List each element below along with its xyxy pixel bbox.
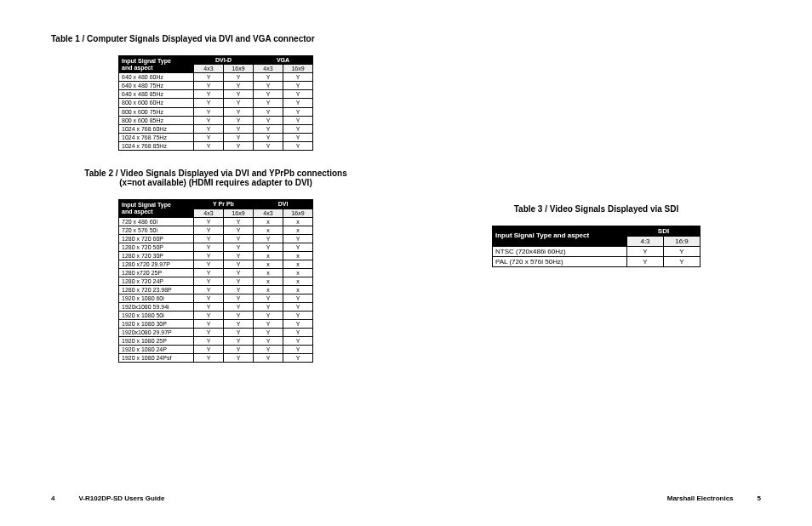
t1-body: 640 x 480 60HzYYYY640 x 480 75HzYYYY640 … — [119, 73, 313, 150]
guide-title: V-R102DP-SD Users Guide — [78, 495, 164, 502]
table2: Input Signal Typeand aspect Y Pr Pb DVI … — [118, 199, 313, 363]
t2-sig-header: Input Signal Typeand aspect — [119, 200, 194, 217]
t2-body: 720 x 486 60iYYxx720 x 576 50iYYxx1280 x… — [119, 217, 313, 362]
table2-title: Table 2 / Video Signals Displayed via DV… — [51, 169, 380, 187]
table-row: 1024 x 768 75HzYYYY — [119, 133, 313, 141]
table-row: 1280 x720 25PYYxx — [119, 268, 313, 277]
page-number-right: 5 — [758, 495, 761, 502]
table-row: 1920 x 1080 50iYYYY — [119, 311, 313, 319]
table-row: 800 x 600 85HzYYYY — [119, 116, 313, 124]
table-row: 640 x 480 85HzYYYY — [119, 90, 313, 99]
table-row: 1920x1080 59.94iYYYY — [119, 302, 313, 311]
table-row: 1920x1080 29.97PYYYY — [119, 328, 313, 336]
t3-body: NTSC (720x486i 60Hz)YYPAL (720 x 576i 50… — [493, 247, 700, 267]
table-row: 800 x 600 60HzYYYY — [119, 99, 313, 107]
brand-name: Marshall Electronics — [667, 495, 734, 502]
table-row: 1920 x 1080 60iYYYY — [119, 294, 313, 302]
table-row: 1280 x 720 23.98PYYxx — [119, 285, 313, 294]
t2-group-dvi: DVI — [254, 200, 313, 209]
table-row: 1280 x 720 30PYYxx — [119, 251, 313, 260]
table-row: NTSC (720x486i 60Hz)YY — [493, 247, 700, 257]
t3-group-sdi: SDI — [627, 226, 700, 237]
table-row: 1024 x 768 85HzYYYY — [119, 141, 313, 150]
t1-group-dvid: DVI-D — [194, 56, 254, 65]
table-row: 640 x 480 75HzYYYY — [119, 82, 313, 90]
table-row: 720 x 486 60iYYxx — [119, 217, 313, 226]
table-row: 1280 x720 29.97PYYxx — [119, 260, 313, 268]
table-row: 1280 x 720 60PYYYY — [119, 234, 313, 243]
table-row: 1920 x 1080 24PYYYY — [119, 345, 313, 353]
t2-group-yprpb: Y Pr Pb — [194, 200, 254, 209]
t1-group-vga: VGA — [254, 56, 313, 65]
table3: Input Signal Type and aspect SDI 4:3 16:… — [492, 226, 700, 267]
table1-title: Table 1 / Computer Signals Displayed via… — [51, 34, 380, 43]
page-number-left: 4 — [51, 495, 54, 502]
table-row: 1920 x 1080 30PYYYY — [119, 319, 313, 328]
table-row: 1920 x 1080 25PYYYY — [119, 336, 313, 345]
table-row: 640 x 480 60HzYYYY — [119, 73, 313, 82]
table-row: 1280 x 720 24PYYxx — [119, 277, 313, 285]
table-row: 1280 x 720 50PYYYY — [119, 243, 313, 251]
table-row: 1920 x 1080 24PsfYYYY — [119, 354, 313, 363]
t1-sig-header: Input Signal Typeand aspect — [119, 56, 194, 73]
table3-title: Table 3 / Video Signals Displayed via SD… — [432, 204, 761, 214]
t3-sig-header: Input Signal Type and aspect — [493, 226, 627, 247]
table-row: 1024 x 768 60HzYYYY — [119, 124, 313, 133]
page-footer: 4 V-R102DP-SD Users Guide Marshall Elect… — [0, 495, 812, 502]
table-row: PAL (720 x 576i 50Hz)YY — [493, 257, 700, 267]
table-row: 720 x 576 50iYYxx — [119, 226, 313, 234]
table1: Input Signal Typeand aspect DVI-D VGA 4x… — [118, 55, 313, 151]
table-row: 800 x 600 75HzYYYY — [119, 107, 313, 116]
